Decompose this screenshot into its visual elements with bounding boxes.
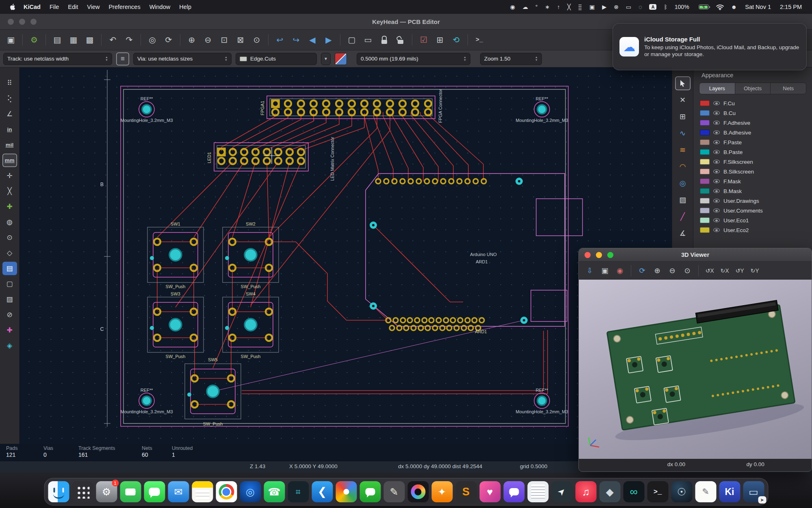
layer-color-swatch[interactable] — [700, 208, 710, 213]
visibility-eye-icon[interactable] — [713, 218, 720, 222]
via[interactable] — [370, 302, 377, 310]
copy-image-button[interactable]: ▣ — [598, 264, 612, 277]
board-setup-button[interactable]: ⚙ — [26, 32, 42, 48]
measure-tool-icon[interactable]: ∡ — [675, 226, 691, 240]
units-inches-button[interactable]: in — [2, 123, 17, 136]
dock-notes[interactable] — [192, 481, 213, 502]
dock-navigator[interactable]: ➤ — [551, 481, 572, 502]
media-play-icon[interactable]: ▶ — [598, 4, 610, 10]
dock-facetime[interactable] — [120, 481, 141, 502]
dotted-grid-icon[interactable]: ⣿ — [574, 4, 586, 10]
layer-color-swatch[interactable] — [700, 198, 710, 204]
ungroup-button[interactable]: ▭ — [360, 32, 376, 48]
dock-vscode[interactable]: ❮ — [312, 481, 333, 502]
creative-cloud-icon[interactable]: ◉ — [507, 4, 519, 10]
layers-manager-toggle-icon[interactable]: ▤ — [2, 262, 17, 275]
redo-button[interactable]: ↷ — [121, 32, 137, 48]
dock-chat-app[interactable] — [503, 481, 524, 502]
led-matrix-connector-footprint[interactable] — [214, 143, 308, 171]
save-button[interactable]: ▣ — [3, 32, 19, 48]
layer-color-swatch[interactable] — [700, 149, 710, 155]
net-highlight-icon[interactable]: ✚ — [2, 323, 17, 337]
zoom-window-button[interactable] — [607, 252, 613, 258]
layer-dropdown-button[interactable]: ▼ — [321, 53, 331, 65]
properties-panel-icon[interactable]: ◈ — [2, 339, 17, 352]
refresh-button[interactable]: ⟳ — [161, 32, 176, 48]
dock-music[interactable]: ♫ — [575, 481, 596, 502]
layer-row[interactable]: B.Paste — [693, 147, 812, 157]
layer-row[interactable]: User.Drawings — [693, 196, 812, 206]
menu-help[interactable]: Help — [175, 4, 196, 10]
layer-color-swatch[interactable] — [700, 120, 710, 126]
crossing-arrows-icon[interactable]: ╳ — [563, 4, 574, 10]
dock-system-settings[interactable]: ⚙1 — [96, 481, 117, 502]
add-via-tool-icon[interactable]: ◎ — [675, 176, 691, 190]
print-button[interactable]: ▦ — [66, 32, 81, 48]
menu-view[interactable]: View — [82, 4, 104, 10]
visibility-eye-icon[interactable] — [713, 208, 720, 213]
layer-color-swatch[interactable] — [700, 159, 710, 165]
zone-fill-icon[interactable]: ▨ — [2, 293, 17, 306]
assistant-icon[interactable]: ∗ — [541, 4, 554, 10]
display-icon[interactable]: ▭ — [622, 4, 635, 10]
visibility-eye-icon[interactable] — [713, 160, 720, 164]
undo-button[interactable]: ↶ — [105, 32, 121, 48]
degree-status-icon[interactable]: ° — [532, 4, 541, 10]
dock-maps[interactable] — [336, 481, 357, 502]
layer-color-swatch[interactable] — [700, 139, 710, 145]
export-image-button[interactable]: ⇩ — [583, 264, 597, 277]
layer-row[interactable]: User.Eco2 — [693, 225, 812, 235]
dock-news-reader[interactable] — [527, 481, 548, 502]
visibility-eye-icon[interactable] — [713, 199, 720, 203]
layer-row[interactable]: B.Cu — [693, 108, 812, 118]
dock-3d-app[interactable]: ◆ — [599, 481, 620, 502]
window-manager-icon[interactable]: ▣ — [586, 4, 598, 10]
drc-button[interactable]: ☑ — [416, 32, 431, 48]
mounting-hole[interactable] — [534, 393, 550, 408]
track-width-dropdown[interactable]: Track: use netclass width ▲▼ — [3, 53, 112, 65]
dock-whatsapp[interactable]: ☎ — [264, 481, 285, 502]
zoom-objects-button[interactable]: ⊙ — [249, 32, 264, 48]
draw-line-tool-icon[interactable]: ╱ — [675, 210, 691, 224]
layer-row[interactable]: F.Paste — [693, 137, 812, 147]
fpga-connector-footprint[interactable] — [267, 96, 435, 119]
icloud-notification[interactable]: ☁ iCloud Storage Full To keep using iClo… — [613, 23, 807, 70]
rotate-y-cw-button[interactable]: ↻Y — [748, 264, 762, 277]
layer-row[interactable]: F.Cu — [693, 98, 812, 108]
update-pcb-button[interactable]: ⟲ — [448, 32, 464, 48]
dock-camo[interactable]: ∞ — [623, 481, 644, 502]
reload-board-button[interactable]: ⟳ — [635, 264, 649, 277]
minimize-window-button[interactable] — [19, 19, 25, 25]
app-menu-kicad[interactable]: KiCad — [19, 4, 45, 10]
flip-right-button[interactable]: ▶ — [321, 32, 336, 48]
dock-textedit[interactable]: ✎ — [695, 481, 716, 502]
zone-outline-icon[interactable]: ▢ — [2, 277, 17, 291]
dock-messages[interactable] — [144, 481, 165, 502]
3d-viewer-title-bar[interactable]: 3D Viewer — [579, 248, 812, 262]
pcb-canvas[interactable]: B C REF** REF** REF** REF** MountingHole… — [19, 67, 672, 444]
swap-layers-back-button[interactable]: ↪ — [288, 32, 304, 48]
cloud-sync-icon[interactable]: ☁ — [519, 4, 532, 10]
battery-icon[interactable]: ↯ — [693, 4, 712, 9]
swap-layers-button[interactable]: ↩ — [272, 32, 288, 48]
dock-media-app[interactable]: ♥ — [479, 481, 500, 502]
raytrace-render-button[interactable]: ◉ — [613, 264, 627, 277]
zoom-selection-button[interactable]: ⊠ — [233, 32, 248, 48]
dock-gimp[interactable]: ✎ — [383, 481, 405, 502]
track-presets-button[interactable]: ≡ — [116, 52, 129, 65]
layer-row[interactable]: B.Silkscreen — [693, 167, 812, 176]
layer-row[interactable]: User.Eco1 — [693, 215, 812, 225]
visibility-eye-icon[interactable] — [713, 228, 720, 232]
menu-window[interactable]: Window — [145, 4, 175, 10]
active-layer-selector[interactable]: Edge.Cuts — [236, 53, 317, 65]
flip-left-button[interactable]: ◀ — [305, 32, 320, 48]
visibility-eye-icon[interactable] — [713, 130, 720, 135]
input-source-icon[interactable]: A — [645, 4, 660, 10]
footprint-compare-button[interactable]: ⊞ — [432, 32, 448, 48]
layer-color-swatch[interactable] — [700, 227, 710, 233]
delete-tool-icon[interactable]: ✕ — [675, 93, 691, 107]
zoom-fit-button[interactable]: ⊡ — [217, 32, 232, 48]
group-button[interactable]: ▢ — [344, 32, 359, 48]
dock-launchpad[interactable] — [72, 481, 93, 502]
polar-coords-icon[interactable]: ∠ — [2, 107, 17, 121]
